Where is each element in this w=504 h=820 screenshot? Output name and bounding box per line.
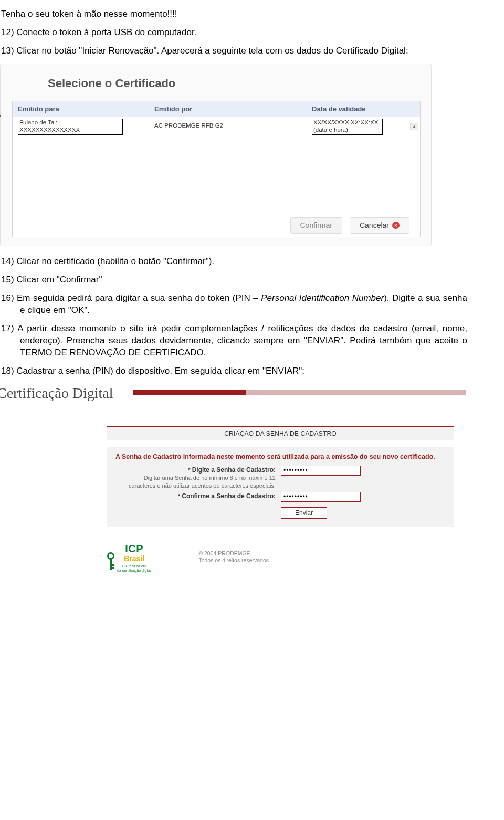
- certificacao-digital-screenshot: ~◉ Certificação Digital CRIAÇÃO DA SENHA…: [0, 383, 466, 572]
- copyright-text: © 2004 PRODEMGE, Todos os direitos reser…: [198, 550, 270, 564]
- close-icon: ×: [392, 222, 400, 229]
- header-divider-bar: [133, 390, 466, 395]
- step-18: 18) Cadastrar a senha (PIN) do dispositi…: [1, 365, 467, 377]
- key-icon: [107, 552, 114, 572]
- form-section-title: CRIAÇÃO DA SENHA DE CADASTRO: [107, 426, 454, 440]
- certificate-table: Emitido para Emitido por Data de validad…: [12, 101, 421, 237]
- brand-logo-text: Certificação Digital: [0, 383, 113, 403]
- password-form: A Senha de Cadastro informada neste mome…: [107, 447, 454, 527]
- col-emitido-para[interactable]: Emitido para: [13, 101, 149, 117]
- cancel-button[interactable]: Cancelar ×: [350, 217, 410, 234]
- step-14: 14) Clicar no certificado (habilita o bo…: [1, 256, 467, 268]
- emitido-por-value: AC PRODEMGE RFB G2: [149, 118, 307, 143]
- confirm-password-label: Confirme a Senha de Cadastro:: [182, 492, 276, 500]
- step-12: 12) Conecte o token à porta USB do compu…: [1, 27, 467, 39]
- step-13: 13) Clicar no botão "Iniciar Renovação".…: [1, 45, 467, 57]
- data-validade-value: XX/XX/XXXX XX:XX:XX (data e hora): [312, 119, 383, 135]
- table-row[interactable]: Fulano de Tal: XXXXXXXXXXXXXXX AC PRODEM…: [13, 117, 420, 143]
- step-17: 17) A partir desse momento o site irá pe…: [1, 323, 467, 359]
- certificate-select-dialog: S Selecione o Certificado ▲ Emitido para…: [0, 64, 432, 246]
- confirm-button[interactable]: Confirmar: [290, 217, 342, 234]
- password-input[interactable]: •••••••••: [281, 466, 361, 476]
- password-warning-text: A Senha de Cadastro informada neste mome…: [116, 453, 445, 461]
- send-button[interactable]: Enviar: [281, 507, 327, 519]
- password-hint: Digitar uma Senha de no mínimo 8 e no má…: [116, 474, 276, 490]
- emitido-para-value: Fulano de Tal: XXXXXXXXXXXXXXX: [18, 119, 123, 135]
- icp-brasil-logo: ICP Brasil O Brasil na era da certificaç…: [107, 542, 151, 572]
- step-15: 15) Clicar em "Confirmar": [1, 274, 467, 286]
- dialog-title: Selecione o Certificado: [1, 64, 431, 101]
- col-data-validade[interactable]: Data de validade: [307, 101, 420, 117]
- col-emitido-por[interactable]: Emitido por: [149, 101, 307, 117]
- cropped-edge-char: S: [0, 110, 1, 120]
- password-label: Digite a Senha de Cadastro:: [192, 466, 276, 474]
- step-16: 16) Em seguida pedirá para digitar a sua…: [1, 292, 467, 317]
- token-warning-heading: Tenha o seu token à mão nesse momento!!!…: [1, 8, 467, 20]
- table-header-row: Emitido para Emitido por Data de validad…: [13, 101, 420, 117]
- scroll-up-arrow[interactable]: ▲: [410, 123, 418, 130]
- confirm-password-input[interactable]: •••••••••: [281, 492, 361, 502]
